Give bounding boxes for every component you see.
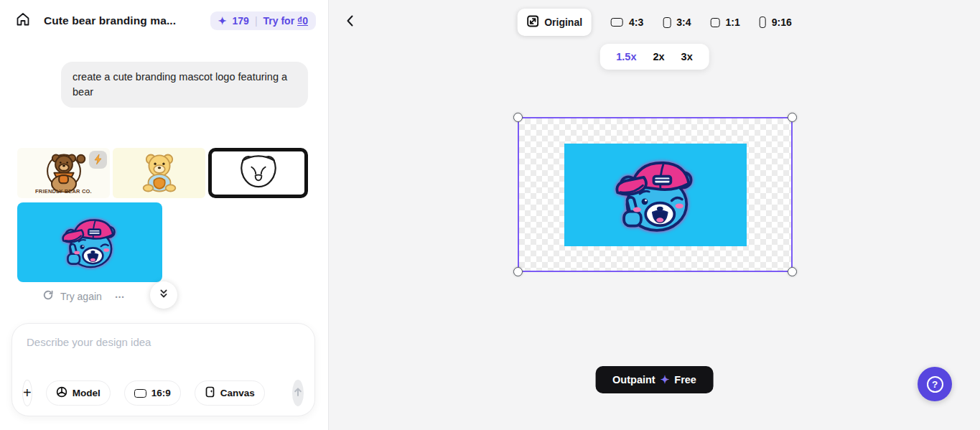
prompt-composer: + Model 16:9 Canvas <box>11 323 315 416</box>
outpaint-label: Outpaint <box>612 374 655 385</box>
scale-option-1-5x[interactable]: 1.5x <box>616 51 636 62</box>
model-label: Model <box>73 388 101 398</box>
landscape-ratio-icon <box>134 389 146 398</box>
aspect-option-original[interactable]: Original <box>517 9 592 36</box>
result-thumbnail-blue-bear[interactable] <box>17 202 162 282</box>
canvas-icon <box>205 386 215 400</box>
model-selector-button[interactable]: Model <box>46 380 111 406</box>
aspect-option-label: Original <box>544 17 582 28</box>
canvas-image[interactable] <box>564 144 747 246</box>
aspect-option-label: 9:16 <box>772 17 792 28</box>
result-thumbnails-row: FRIENDLY BEAR CO. <box>17 148 308 198</box>
result-thumbnail-friendly-bear[interactable]: FRIENDLY BEAR CO. <box>17 148 110 198</box>
composer-toolbar: + Model 16:9 Canvas <box>22 380 302 406</box>
aspect-ratio-button[interactable]: 16:9 <box>124 380 181 406</box>
line-art-bear-image <box>231 153 286 193</box>
chat-sidebar: Cute bear branding ma... ✦ 179 | Try for… <box>0 0 329 430</box>
canvas-button[interactable]: Canvas <box>195 380 265 406</box>
aspect-option-label: 1:1 <box>726 17 740 28</box>
selection-handle-top-right[interactable] <box>788 113 797 122</box>
outpaint-selection-frame[interactable] <box>518 117 793 272</box>
result-thumbnail-line-art-bear[interactable] <box>208 148 308 198</box>
sparkle-icon: ✦ <box>661 373 670 386</box>
aspect-ratio-label: 16:9 <box>151 388 171 398</box>
try-again-button[interactable]: Try again <box>42 289 102 303</box>
plus-icon: + <box>23 385 32 401</box>
aspect-option-9-16[interactable]: 9:16 <box>760 17 792 28</box>
prompt-input[interactable] <box>27 336 297 366</box>
home-icon <box>15 11 31 30</box>
outpaint-free-badge: Free <box>674 374 696 385</box>
ratio-1-1-icon <box>711 18 720 27</box>
aspect-option-1-1[interactable]: 1:1 <box>711 17 740 28</box>
badge-divider: | <box>255 15 258 27</box>
credits-badge[interactable]: ✦ 179 | Try for ₫0 <box>210 11 316 30</box>
model-icon <box>56 386 67 400</box>
selection-handle-top-left[interactable] <box>513 113 523 122</box>
arrow-up-icon <box>292 386 304 401</box>
try-again-label: Try again <box>60 291 102 302</box>
send-button[interactable] <box>292 380 304 406</box>
scale-option-2x[interactable]: 2x <box>653 51 664 62</box>
outpaint-button[interactable]: Outpaint ✦ Free <box>595 366 714 393</box>
ratio-9-16-icon <box>760 17 766 28</box>
credits-count: 179 <box>233 15 249 27</box>
refresh-icon <box>42 289 54 303</box>
aspect-option-label: 3:4 <box>676 17 691 28</box>
spark-badge <box>89 151 107 169</box>
blue-bear-mascot-image <box>55 211 124 274</box>
scale-selector: 1.5x 2x 3x <box>599 44 709 70</box>
project-title: Cute bear branding ma... <box>44 14 210 27</box>
scale-option-3x[interactable]: 3x <box>681 51 693 62</box>
more-options-button[interactable]: ⋯ <box>115 291 126 302</box>
user-message-bubble: create a cute branding mascot logo featu… <box>61 62 308 108</box>
question-mark-icon: ? <box>927 376 943 393</box>
editor-panel: Original 4:3 3:4 1:1 9:16 1.5x 2x 3x <box>329 0 980 430</box>
generated-results: FRIENDLY BEAR CO. <box>17 148 308 303</box>
double-chevron-down-icon <box>157 287 170 303</box>
ratio-3-4-icon <box>663 17 671 28</box>
try-for-link[interactable]: Try for ₫0 <box>263 15 308 27</box>
selection-handle-bottom-right[interactable] <box>788 267 797 276</box>
ratio-4-3-icon <box>611 18 623 27</box>
sidebar-header: Cute bear branding ma... ✦ 179 | Try for… <box>0 0 328 30</box>
aspect-option-label: 4:3 <box>629 17 643 28</box>
add-attachment-button[interactable]: + <box>22 380 32 406</box>
chevron-left-icon <box>343 14 358 31</box>
expand-icon <box>526 15 538 29</box>
honey-bear-image <box>126 151 192 195</box>
blue-bear-mascot-image <box>606 150 705 240</box>
selection-handle-bottom-left[interactable] <box>513 267 523 276</box>
sparkle-icon: ✦ <box>218 15 227 27</box>
scroll-to-bottom-button[interactable] <box>150 281 177 309</box>
result-thumbnail-honey-bear[interactable] <box>113 148 205 198</box>
thumbnail-caption: FRIENDLY BEAR CO. <box>35 188 92 195</box>
aspect-option-3-4[interactable]: 3:4 <box>663 17 691 28</box>
aspect-option-4-3[interactable]: 4:3 <box>611 17 643 28</box>
flame-icon <box>93 154 103 165</box>
home-button[interactable] <box>14 12 32 29</box>
aspect-ratio-toolbar: Original 4:3 3:4 1:1 9:16 <box>517 9 792 36</box>
help-button[interactable]: ? <box>918 367 952 401</box>
price-value: ₫0 <box>297 15 308 27</box>
canvas-label: Canvas <box>220 388 255 398</box>
back-button[interactable] <box>340 12 360 32</box>
